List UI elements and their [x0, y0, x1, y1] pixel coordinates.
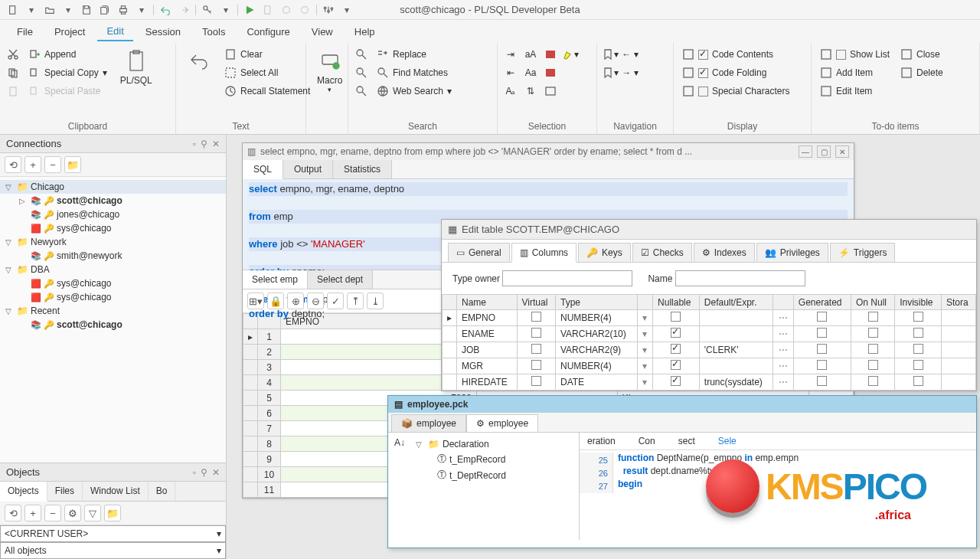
current-user-combo[interactable]: <CURRENT USER>▾ [0, 525, 226, 542]
comment-icon[interactable] [542, 46, 559, 63]
pck-sort-icon[interactable]: A↓ [394, 437, 405, 448]
sql-close-button[interactable]: ✕ [835, 145, 849, 158]
copy-icon[interactable] [5, 64, 21, 81]
tab-window-list[interactable]: Window List [83, 482, 149, 501]
tab-employee-body[interactable]: ⚙employee [466, 414, 538, 432]
show-list-button[interactable]: Show List [816, 46, 893, 63]
cut-icon[interactable] [5, 46, 21, 63]
tree-node[interactable]: ▽📁Chicago [0, 180, 226, 194]
pck-code-editor[interactable]: erationConsectSele 252627 function DeptN… [580, 433, 976, 540]
name-input[interactable] [675, 270, 805, 286]
tab-privileges[interactable]: 👥Privileges [756, 243, 828, 262]
menu-help[interactable]: Help [345, 23, 384, 41]
menu-view[interactable]: View [302, 23, 342, 41]
execute-icon[interactable] [241, 2, 258, 18]
menu-tools[interactable]: Tools [193, 23, 234, 41]
web-search-button[interactable]: Web Search ▾ [373, 83, 456, 100]
all-objects-combo[interactable]: All objects▾ [0, 542, 226, 559]
sort-icon[interactable]: ⇅ [522, 83, 539, 100]
edit-item-button[interactable]: Edit Item [816, 83, 893, 100]
find-icon[interactable] [353, 46, 370, 63]
menu-edit[interactable]: Edit [97, 22, 132, 41]
highlight-icon[interactable]: ▾ [562, 46, 579, 63]
grid-first-icon[interactable]: ⤒ [347, 293, 364, 309]
grid-del-icon[interactable]: ⊖ [307, 293, 324, 309]
redo-icon[interactable] [175, 2, 192, 18]
grid-lock-icon[interactable]: 🔒 [267, 293, 284, 309]
tab-select-emp[interactable]: Select emp [243, 270, 308, 289]
save-all-icon[interactable] [96, 2, 113, 18]
type-owner-input[interactable] [502, 270, 632, 286]
tab-indexes[interactable]: ⚙Indexes [694, 243, 755, 262]
tab-select-dept[interactable]: Select dept [308, 270, 373, 289]
tree-node[interactable]: ▽📁Newyork [0, 235, 226, 249]
print-icon[interactable] [115, 2, 132, 18]
clear-button[interactable]: Clear [220, 46, 314, 63]
panel-close-icon[interactable]: ✕ [212, 139, 220, 149]
grid-add-icon[interactable]: ⊕ [287, 293, 304, 309]
undo-icon[interactable] [157, 2, 174, 18]
folder-conn-icon[interactable]: 📁 [64, 156, 81, 173]
add-conn-icon[interactable]: + [24, 156, 41, 173]
tab-statistics[interactable]: Statistics [333, 160, 392, 178]
special-chars-button[interactable]: Special Characters [678, 83, 793, 100]
tree-node[interactable]: 📚🔑jones@chicago [0, 208, 226, 221]
tree-node[interactable]: ▷📚🔑scott@chicago [0, 194, 226, 208]
tab-checks[interactable]: ☑Checks [632, 243, 692, 262]
qat-dropdown-1[interactable]: ▾ [23, 2, 40, 18]
tree-node[interactable]: ▽📁Recent [0, 304, 226, 318]
tab-output[interactable]: Output [283, 160, 333, 178]
open-icon[interactable] [41, 2, 58, 18]
case-icon[interactable]: Aₐ [502, 83, 519, 100]
obj-schema-icon[interactable]: ⚙ [64, 505, 81, 521]
tree-node[interactable]: 🟥🔑sys@chicago [0, 276, 226, 290]
tab-objects[interactable]: Objects [0, 482, 47, 502]
tree-node[interactable]: 🟥🔑sys@chicago [0, 221, 226, 235]
qat-dropdown-4[interactable]: ▾ [217, 2, 234, 18]
declaration-node[interactable]: Declaration [443, 439, 489, 449]
panel-max-icon[interactable]: ▫ [193, 139, 196, 149]
add-item-button[interactable]: Add Item [816, 64, 893, 81]
sql-min-button[interactable]: — [799, 145, 812, 158]
obj-filter-icon[interactable]: ▽ [84, 505, 101, 521]
undo-big-button[interactable] [181, 46, 217, 119]
tree-node[interactable]: ▽📁DBA [0, 263, 226, 276]
tab-columns[interactable]: ▥Columns [511, 243, 577, 263]
tab-sql[interactable]: SQL [243, 160, 283, 179]
obj-close-icon[interactable]: ✕ [212, 467, 220, 478]
qat-dropdown-2[interactable]: ▾ [60, 2, 77, 18]
refresh-icon[interactable]: ⟲ [5, 156, 21, 173]
format-icon[interactable] [542, 83, 559, 100]
grid-last-icon[interactable]: ⤓ [367, 293, 384, 309]
tab-keys[interactable]: 🔑Keys [578, 243, 631, 262]
tab-bo[interactable]: Bo [149, 482, 176, 501]
remove-conn-icon[interactable]: − [44, 156, 61, 173]
uncomment-icon[interactable] [542, 64, 559, 81]
close-button[interactable]: Close [897, 46, 947, 63]
code-contents-button[interactable]: Code Contents [678, 46, 793, 63]
special-copy-button[interactable]: Special Copy ▾ [24, 64, 111, 81]
tab-employee-spec[interactable]: 📦employee [391, 414, 466, 432]
obj-collapse-icon[interactable]: − [44, 505, 61, 521]
qat-dropdown-5[interactable]: ▾ [338, 2, 355, 18]
sql-max-button[interactable]: ▢ [817, 145, 831, 158]
tree-node[interactable]: 📚🔑smith@newyork [0, 249, 226, 263]
find-prev-icon[interactable] [353, 83, 370, 100]
settings-icon[interactable] [320, 2, 337, 18]
nav-fwd-icon[interactable]: → ▾ [622, 64, 639, 81]
tree-deptrecord[interactable]: t_DeptRecord [449, 470, 506, 481]
outdent-icon[interactable]: ⇤ [502, 64, 519, 81]
menu-file[interactable]: File [8, 23, 42, 41]
obj-refresh-icon[interactable]: ⟲ [5, 505, 21, 521]
grid-tool-1[interactable]: ⊞▾ [247, 293, 264, 309]
goto-bookmark-icon[interactable]: ▾ [602, 64, 619, 81]
menu-project[interactable]: Project [45, 23, 94, 41]
replace-button[interactable]: Replace [373, 46, 456, 63]
tree-node[interactable]: 📚🔑scott@chicago [0, 318, 226, 332]
nav-back-icon[interactable]: ← ▾ [622, 46, 639, 63]
obj-expand-icon[interactable]: + [24, 505, 41, 521]
new-file-icon[interactable] [5, 2, 21, 18]
bookmark-icon[interactable]: ▾ [602, 46, 619, 63]
tab-general[interactable]: ▭General [448, 243, 510, 262]
macro-button[interactable]: Macro▾ [311, 46, 348, 119]
